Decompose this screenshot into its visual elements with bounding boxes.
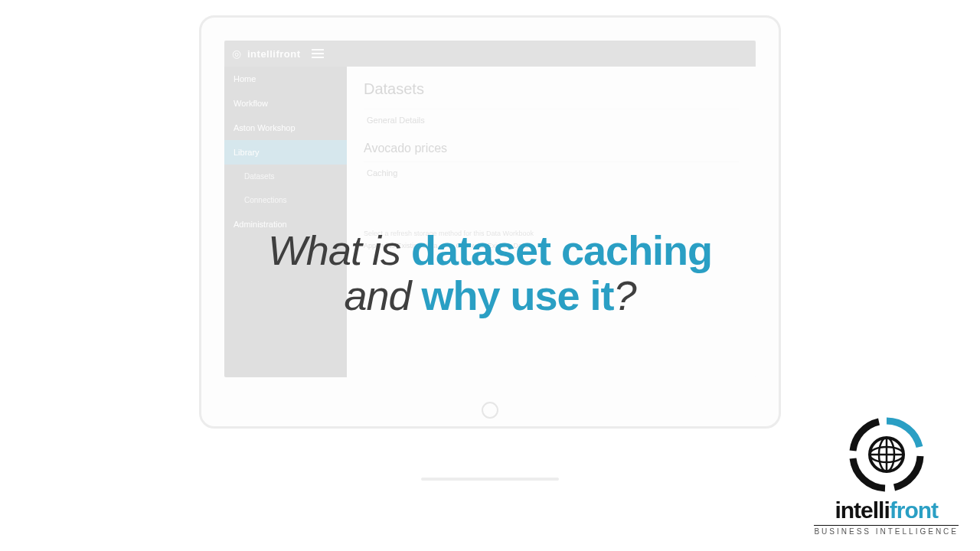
logo-word-part1: intelli — [835, 497, 889, 523]
app-header: ◎ intellifront — [224, 41, 756, 67]
sidebar-item-home: Home — [224, 67, 347, 91]
globe-icon: ◎ — [232, 47, 241, 60]
title-part1: What is — [268, 227, 411, 273]
title-accent2: why use it — [422, 272, 614, 318]
title-accent1: dataset caching — [411, 227, 712, 273]
sidebar-item-datasets: Datasets — [224, 165, 347, 188]
accordion-general: General Details — [364, 109, 739, 131]
title-part2: and — [344, 272, 421, 318]
hamburger-icon — [312, 53, 324, 54]
monitor-screen: ◎ intellifront Home Workflow Aston Works… — [224, 41, 756, 377]
section-caching: Caching — [364, 161, 739, 184]
logo-wordmark: intellifront — [814, 497, 959, 523]
sidebar-item-library: Library — [224, 140, 347, 165]
brand-logo: intellifront BUSINESS INTELLIGENCE — [814, 416, 959, 536]
monitor-power-button — [482, 402, 498, 419]
globe-logo-icon — [848, 416, 925, 493]
content-area: Datasets General Details Avocado prices … — [347, 67, 756, 377]
title-part3: ? — [614, 272, 636, 318]
main-heading: What is dataset caching and why use it? — [0, 228, 980, 319]
app-body: Home Workflow Aston Workshop Library Dat… — [224, 67, 756, 377]
sidebar: Home Workflow Aston Workshop Library Dat… — [224, 67, 347, 377]
logo-subtitle: BUSINESS INTELLIGENCE — [814, 525, 959, 536]
app-brand: intellifront — [247, 48, 301, 60]
monitor-stand — [444, 435, 536, 481]
monitor-mockup: ◎ intellifront Home Workflow Aston Works… — [199, 15, 781, 429]
page-title: Datasets — [364, 80, 739, 98]
sidebar-item-connections: Connections — [224, 188, 347, 212]
record-title: Avocado prices — [364, 142, 739, 155]
sidebar-item-workflow: Workflow — [224, 91, 347, 116]
logo-word-part2: front — [890, 497, 938, 523]
sidebar-item-aston: Aston Workshop — [224, 116, 347, 140]
